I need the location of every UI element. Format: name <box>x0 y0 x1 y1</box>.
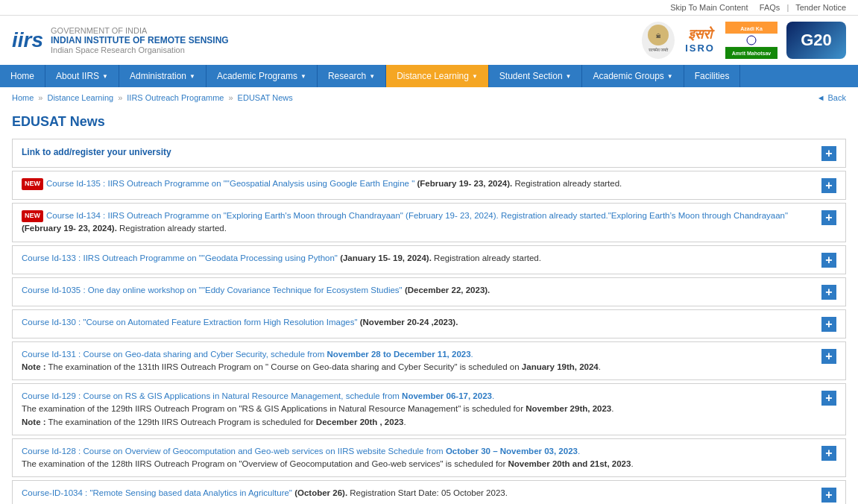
accordion-text-link-register: Link to add/register your university <box>22 145 821 159</box>
accordion-header-course-1035[interactable]: Course Id-1035 : One day online workshop… <box>13 278 845 306</box>
accordion-header-course-134[interactable]: NEWCourse Id-134 : IIRS Outreach Program… <box>13 204 845 242</box>
header: iirs GOVERNMENT OF INDIA INDIAN INSTITUT… <box>0 16 858 65</box>
back-button[interactable]: ◄ Back <box>817 93 846 102</box>
isro-line: Indian Space Research Organisation <box>51 45 229 54</box>
accordion-header-course-133[interactable]: Course Id-133 : IIRS Outreach Programme … <box>13 246 845 274</box>
nav-academic-groups[interactable]: Academic Groups ▼ <box>582 65 684 87</box>
expand-button[interactable]: + <box>821 285 836 300</box>
tender-link[interactable]: Tender Notice <box>795 3 846 12</box>
expand-button[interactable]: + <box>821 253 836 268</box>
svg-text:Azadi Ka: Azadi Ka <box>740 26 763 31</box>
logo-text: GOVERNMENT OF INDIA INDIAN INSTITUTE OF … <box>51 26 229 54</box>
accordion-text-course-129: Course Id-129 : Course on RS & GIS Appli… <box>22 390 821 429</box>
nav-distance-learning[interactable]: Distance Learning ▼ <box>386 65 489 87</box>
chevron-down-icon: ▼ <box>300 73 306 80</box>
breadcrumb: Home » Distance Learning » IIRS Outreach… <box>0 87 858 108</box>
back-arrow: ◄ <box>817 93 825 102</box>
main-nav: Home About IIRS ▼ Administration ▼ Acade… <box>0 65 858 87</box>
svg-text:Amrit Mahotsav: Amrit Mahotsav <box>732 51 772 56</box>
accordion-header-course-131[interactable]: Course Id-131 : Course on Geo-data shari… <box>13 342 845 380</box>
accordion-item: NEWCourse Id-135 : IIRS Outreach Program… <box>12 171 846 200</box>
accordion-header-course-130[interactable]: Course Id-130 : "Course on Automated Fea… <box>13 310 845 338</box>
g20-text: G20 <box>801 31 832 50</box>
accordion-text-course-1035: Course Id-1035 : One day online workshop… <box>22 284 821 297</box>
accordion-header-link-register[interactable]: Link to add/register your university+ <box>13 139 845 167</box>
expand-button[interactable]: + <box>821 488 836 503</box>
breadcrumb-iirs[interactable]: IIRS Outreach Programme <box>127 93 224 102</box>
page-title: EDUSAT News <box>12 114 846 130</box>
accordion-text-course-130: Course Id-130 : "Course on Automated Fea… <box>22 316 821 329</box>
accordion-container: Link to add/register your university+NEW… <box>12 139 846 504</box>
accordion-item: Course Id-128 : Course on Overview of Ge… <box>12 438 846 478</box>
breadcrumb-current[interactable]: EDUSAT News <box>238 93 293 102</box>
expand-button[interactable]: + <box>821 349 836 364</box>
top-bar: Skip To Main Content FAQs | Tender Notic… <box>0 0 858 16</box>
accordion-item: Course Id-133 : IIRS Outreach Programme … <box>12 245 846 274</box>
main-content: EDUSAT News Link to add/register your un… <box>0 108 858 504</box>
isro-logo: इसरो ISRO <box>684 25 716 55</box>
nav-admin[interactable]: Administration ▼ <box>119 65 206 87</box>
accordion-text-course-134: NEWCourse Id-134 : IIRS Outreach Program… <box>22 210 821 236</box>
expand-button[interactable]: + <box>821 391 836 406</box>
accordion-item: Course Id-129 : Course on RS & GIS Appli… <box>12 383 846 435</box>
accordion-text-course-135: NEWCourse Id-135 : IIRS Outreach Program… <box>22 177 821 190</box>
accordion-item: Course Id-1035 : One day online workshop… <box>12 277 846 306</box>
iirs-logo: iirs <box>12 28 43 52</box>
accordion-item: Link to add/register your university+ <box>12 139 846 168</box>
accordion-header-course-128[interactable]: Course Id-128 : Course on Overview of Ge… <box>13 439 845 477</box>
accordion-header-course-135[interactable]: NEWCourse Id-135 : IIRS Outreach Program… <box>13 171 845 199</box>
accordion-header-course-1034[interactable]: Course-ID-1034 : "Remote Sensing based d… <box>13 481 845 504</box>
breadcrumb-home[interactable]: Home <box>12 93 34 102</box>
nav-student[interactable]: Student Section ▼ <box>489 65 583 87</box>
isro-text: इसरो <box>688 27 712 42</box>
breadcrumb-sep: » <box>38 93 42 102</box>
svg-text:सत्यमेव जयते: सत्यमेव जयते <box>648 47 669 52</box>
breadcrumb-dl[interactable]: Distance Learning <box>47 93 113 102</box>
separator: | <box>786 3 789 12</box>
accordion-text-course-133: Course Id-133 : IIRS Outreach Programme … <box>22 252 821 265</box>
isro-en: ISRO <box>685 42 715 54</box>
expand-button[interactable]: + <box>821 317 836 332</box>
chevron-down-icon: ▼ <box>369 73 375 80</box>
accordion-text-course-1034: Course-ID-1034 : "Remote Sensing based d… <box>22 487 821 500</box>
logo-section: iirs GOVERNMENT OF INDIA INDIAN INSTITUT… <box>12 26 229 54</box>
accordion-text-course-131: Course Id-131 : Course on Geo-data shari… <box>22 348 821 374</box>
chevron-down-icon: ▼ <box>566 73 572 80</box>
nav-home[interactable]: Home <box>0 65 45 87</box>
accordion-header-course-129[interactable]: Course Id-129 : Course on RS & GIS Appli… <box>13 384 845 435</box>
nav-research[interactable]: Research ▼ <box>318 65 386 87</box>
nav-about[interactable]: About IIRS ▼ <box>45 65 119 87</box>
breadcrumb-sep: » <box>118 93 122 102</box>
gov-line: GOVERNMENT OF INDIA <box>51 26 229 35</box>
expand-button[interactable]: + <box>821 146 836 161</box>
accordion-item: Course-ID-1034 : "Remote Sensing based d… <box>12 480 846 504</box>
nav-academic[interactable]: Academic Programs ▼ <box>206 65 318 87</box>
azadi-badge: Azadi Ka Amrit Mahotsav <box>725 22 777 59</box>
header-logos: 🏛 सत्यमेव जयते इसरो ISRO Azadi Ka Amrit … <box>642 22 846 59</box>
skip-link[interactable]: Skip To Main Content <box>670 3 748 12</box>
nav-facilities[interactable]: Facilities <box>684 65 741 87</box>
expand-button[interactable]: + <box>821 446 836 461</box>
chevron-down-icon: ▼ <box>189 73 195 80</box>
inst-line: INDIAN INSTITUTE OF REMOTE SENSING <box>51 35 229 45</box>
g20-badge: G20 <box>786 22 846 59</box>
accordion-item: NEWCourse Id-134 : IIRS Outreach Program… <box>12 203 846 242</box>
chevron-down-icon: ▼ <box>667 73 673 80</box>
india-emblem: 🏛 सत्यमेव जयते <box>642 22 675 59</box>
accordion-item: Course Id-131 : Course on Geo-data shari… <box>12 341 846 381</box>
svg-text:🏛: 🏛 <box>656 33 661 39</box>
accordion-text-course-128: Course Id-128 : Course on Overview of Ge… <box>22 445 821 471</box>
faqs-link[interactable]: FAQs <box>760 3 780 12</box>
expand-button[interactable]: + <box>821 178 836 193</box>
breadcrumb-sep: » <box>228 93 233 102</box>
chevron-down-icon: ▼ <box>102 73 108 80</box>
accordion-item: Course Id-130 : "Course on Automated Fea… <box>12 309 846 338</box>
expand-button[interactable]: + <box>821 210 836 225</box>
chevron-down-icon: ▼ <box>472 73 478 80</box>
